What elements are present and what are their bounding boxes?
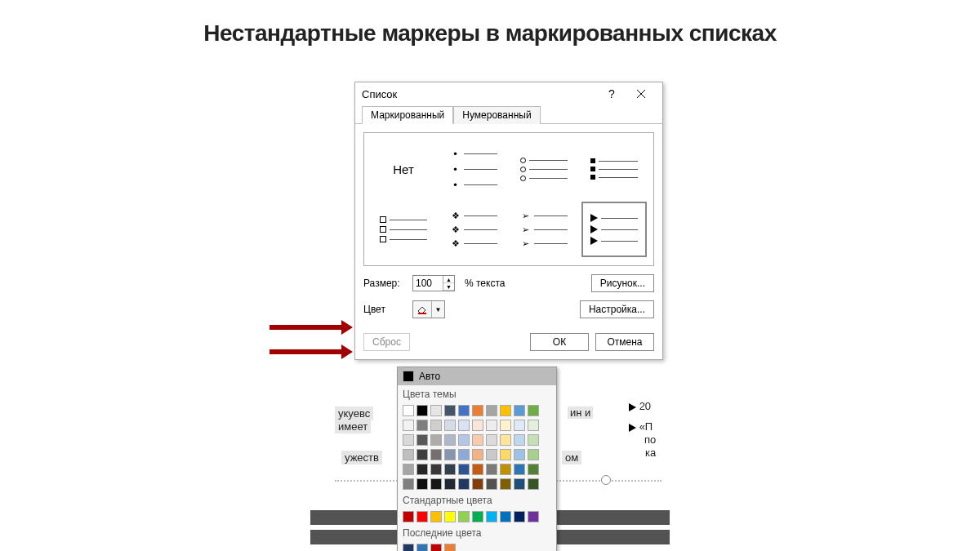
color-swatch[interactable] (444, 511, 456, 522)
color-swatch[interactable] (486, 511, 497, 522)
size-spinner[interactable]: ▲ ▼ (412, 275, 455, 291)
color-swatch[interactable] (430, 464, 442, 475)
color-swatch[interactable] (403, 405, 414, 416)
color-swatch[interactable] (500, 464, 511, 475)
picture-button[interactable]: Рисунок... (591, 274, 654, 292)
color-swatch[interactable] (528, 405, 539, 416)
bullet-square-empty[interactable] (371, 202, 436, 257)
tab-bulleted[interactable]: Маркированный (362, 106, 453, 124)
color-swatch[interactable] (458, 434, 470, 446)
spin-down-icon[interactable]: ▼ (443, 283, 454, 291)
color-swatch[interactable] (458, 478, 470, 490)
color-swatch[interactable] (514, 478, 525, 490)
tab-numbered[interactable]: Нумерованный (453, 106, 540, 124)
color-swatch[interactable] (403, 449, 414, 460)
color-swatch[interactable] (430, 544, 442, 551)
color-swatch[interactable] (430, 420, 442, 431)
color-swatch[interactable] (416, 420, 428, 431)
color-swatch[interactable] (444, 478, 456, 490)
size-input[interactable] (413, 277, 443, 290)
color-swatch[interactable] (458, 464, 470, 475)
color-swatch[interactable] (444, 420, 456, 431)
color-swatch[interactable] (403, 464, 414, 475)
color-swatch[interactable] (486, 434, 497, 446)
color-swatch[interactable] (486, 405, 497, 416)
color-swatch[interactable] (486, 478, 497, 490)
color-swatch[interactable] (528, 511, 539, 522)
color-swatch[interactable] (472, 478, 483, 490)
color-swatch[interactable] (472, 464, 483, 475)
color-swatch[interactable] (430, 405, 442, 416)
color-swatch[interactable] (528, 464, 539, 475)
spin-up-icon[interactable]: ▲ (443, 276, 454, 283)
color-swatch[interactable] (444, 449, 456, 460)
color-swatch[interactable] (458, 420, 470, 431)
color-swatch[interactable] (403, 420, 414, 431)
color-swatch[interactable] (416, 405, 428, 416)
color-swatch[interactable] (416, 464, 428, 475)
color-swatch[interactable] (444, 544, 456, 551)
color-swatch[interactable] (486, 420, 497, 431)
color-swatch[interactable] (514, 511, 525, 522)
seek-handle[interactable] (601, 475, 611, 485)
color-swatch[interactable] (486, 464, 497, 475)
color-swatch[interactable] (430, 449, 442, 460)
color-swatch[interactable] (486, 449, 497, 460)
color-swatch[interactable] (472, 449, 483, 460)
bullet-square-filled[interactable] (581, 141, 647, 197)
help-button[interactable]: ? (597, 82, 626, 105)
color-swatch[interactable] (500, 420, 511, 431)
color-swatch[interactable] (416, 544, 428, 551)
color-swatch[interactable] (500, 449, 511, 460)
color-swatch[interactable] (416, 478, 428, 490)
ok-button[interactable]: ОК (530, 333, 589, 351)
color-swatch[interactable] (472, 405, 483, 416)
color-swatch[interactable] (500, 511, 511, 522)
color-swatch[interactable] (403, 511, 414, 522)
color-swatch[interactable] (528, 420, 539, 431)
color-auto[interactable]: Авто (398, 367, 556, 385)
color-swatch[interactable] (500, 478, 511, 490)
color-swatch[interactable] (416, 434, 428, 446)
bullet-disc[interactable] (441, 141, 506, 197)
color-swatch[interactable] (444, 405, 456, 416)
color-swatch[interactable] (458, 511, 470, 522)
color-swatch[interactable] (444, 464, 456, 475)
cancel-button[interactable]: Отмена (595, 333, 654, 351)
color-swatch[interactable] (514, 405, 525, 416)
reset-button[interactable]: Сброс (363, 333, 410, 351)
color-swatch[interactable] (514, 420, 525, 431)
color-swatch[interactable] (514, 464, 525, 475)
color-swatch[interactable] (528, 449, 539, 460)
color-swatch[interactable] (514, 434, 525, 446)
color-swatch[interactable] (500, 434, 511, 446)
color-swatch[interactable] (472, 511, 483, 522)
color-swatch[interactable] (472, 420, 483, 431)
color-swatch[interactable] (458, 449, 470, 460)
theme-color-row (398, 403, 556, 418)
bullet-triangle-filled[interactable] (581, 202, 647, 257)
color-swatch[interactable] (528, 434, 539, 446)
color-swatch[interactable] (416, 449, 428, 460)
color-swatch[interactable] (403, 434, 414, 446)
callout-arrow-size (270, 325, 343, 330)
bullet-diamond[interactable] (441, 202, 506, 257)
bullet-none[interactable]: Нет (371, 141, 436, 197)
color-swatch[interactable] (444, 434, 456, 446)
color-swatch[interactable] (430, 478, 442, 490)
color-swatch[interactable] (403, 478, 414, 490)
color-swatch[interactable] (514, 449, 525, 460)
color-swatch[interactable] (430, 434, 442, 446)
color-swatch[interactable] (416, 511, 428, 522)
color-swatch[interactable] (472, 434, 483, 446)
customize-button[interactable]: Настройка... (580, 300, 654, 318)
color-swatch[interactable] (458, 405, 470, 416)
color-swatch[interactable] (430, 511, 442, 522)
color-swatch[interactable] (403, 544, 414, 551)
color-swatch[interactable] (500, 405, 511, 416)
bullet-circle[interactable] (511, 141, 577, 197)
close-button[interactable] (626, 82, 656, 105)
bullet-arrow-outline[interactable] (511, 202, 577, 257)
color-swatch[interactable] (528, 478, 539, 490)
color-dropdown-button[interactable]: ▼ (412, 300, 445, 318)
